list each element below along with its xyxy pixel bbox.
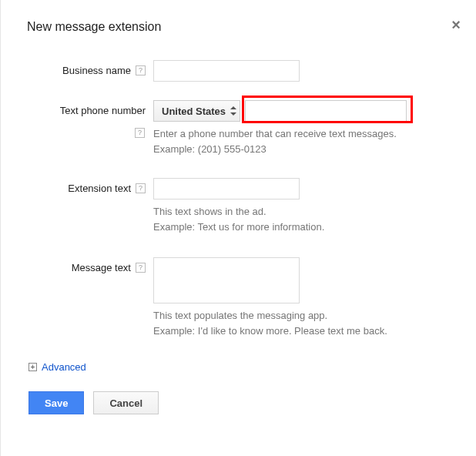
country-select[interactable]: United States <box>153 100 240 122</box>
new-message-extension-dialog: × New message extension Business name ? … <box>0 0 476 456</box>
phone-input[interactable] <box>245 100 407 122</box>
close-icon[interactable]: × <box>451 17 461 32</box>
extension-text-field-col: This text shows in the ad. Example: Text… <box>153 178 454 234</box>
save-button[interactable]: Save <box>28 391 84 414</box>
message-text-row: Message text ? This text populates the m… <box>28 257 454 338</box>
help-icon[interactable]: ? <box>136 263 146 273</box>
extension-text-label: Extension text <box>68 183 131 194</box>
message-text-example: Example: I'd like to know more. Please t… <box>153 324 454 339</box>
help-icon[interactable]: ? <box>136 183 146 193</box>
form: Business name ? Text phone number United… <box>28 60 454 338</box>
business-name-row: Business name ? <box>28 60 454 82</box>
extension-text-label-col: Extension text ? <box>28 178 153 194</box>
message-text-label-col: Message text ? <box>28 257 153 273</box>
business-name-label: Business name <box>62 65 131 76</box>
phone-label: Text phone number <box>60 105 146 116</box>
help-icon[interactable]: ? <box>135 128 145 138</box>
business-name-input[interactable] <box>153 60 300 82</box>
phone-example: Example: (201) 555-0123 <box>153 142 454 157</box>
phone-hint: Enter a phone number that can receive te… <box>153 126 454 142</box>
dialog-title: New message extension <box>27 20 454 34</box>
message-text-field-col: This text populates the messaging app. E… <box>153 257 454 338</box>
extension-text-example: Example: Text us for more information. <box>153 220 454 235</box>
advanced-toggle[interactable]: + Advanced <box>28 361 454 373</box>
chevron-sort-icon <box>230 106 236 116</box>
message-text-label: Message text <box>72 262 131 273</box>
phone-label-col: Text phone number <box>28 100 153 116</box>
cancel-button[interactable]: Cancel <box>93 391 159 414</box>
business-name-field-col <box>153 60 454 82</box>
phone-row: Text phone number United States <box>28 100 454 156</box>
extension-text-input[interactable] <box>153 178 300 200</box>
extension-text-row: Extension text ? This text shows in the … <box>28 178 454 234</box>
message-text-input[interactable] <box>153 257 300 303</box>
phone-fields: United States <box>153 100 454 122</box>
plus-icon: + <box>28 363 37 371</box>
advanced-label: Advanced <box>42 361 86 373</box>
button-row: Save Cancel <box>28 391 454 414</box>
message-text-hint: This text populates the messaging app. <box>153 308 454 324</box>
help-icon[interactable]: ? <box>136 65 146 75</box>
country-selected-label: United States <box>162 106 226 117</box>
extension-text-hint: This text shows in the ad. <box>153 204 454 220</box>
phone-field-col: United States ? Enter a phone number tha… <box>153 100 454 156</box>
business-name-label-col: Business name ? <box>28 60 153 76</box>
